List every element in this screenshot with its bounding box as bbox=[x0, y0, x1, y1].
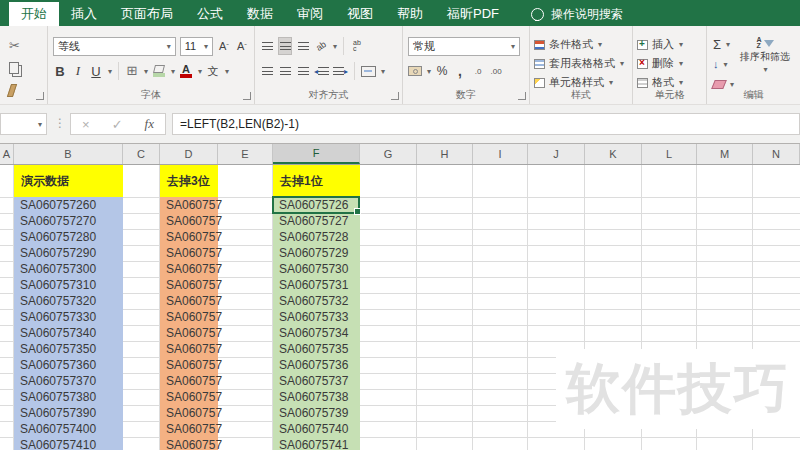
decrease-decimal-button[interactable]: .00 bbox=[489, 62, 503, 80]
cell-b[interactable]: SA060757350 bbox=[14, 341, 123, 357]
cell-b[interactable]: SA060757340 bbox=[14, 325, 123, 341]
cell-b[interactable]: SA060757320 bbox=[14, 293, 123, 309]
fill-color-button[interactable] bbox=[152, 62, 166, 80]
accounting-format-button[interactable] bbox=[408, 62, 422, 80]
fill-handle[interactable] bbox=[354, 208, 361, 215]
cell-d[interactable]: SA060757 bbox=[160, 229, 218, 245]
tell-me-search[interactable]: 操作说明搜索 bbox=[531, 2, 623, 26]
cell-d[interactable]: SA060757 bbox=[160, 357, 218, 373]
format-painter-icon[interactable] bbox=[7, 84, 17, 97]
cell-b[interactable]: SA060757260 bbox=[14, 197, 123, 213]
font-name-select[interactable]: 等线 ▾ bbox=[53, 37, 176, 56]
borders-dropdown[interactable]: ▾ bbox=[144, 67, 148, 76]
col-header-n[interactable]: N bbox=[753, 144, 800, 164]
cell-b[interactable]: SA060757380 bbox=[14, 389, 123, 405]
conditional-formatting-button[interactable]: 条件格式 ▾ bbox=[530, 35, 632, 54]
col-header-k[interactable]: K bbox=[585, 144, 642, 164]
col-header-a[interactable]: A bbox=[0, 144, 14, 164]
formula-bar-resize-handle[interactable]: ⋮ bbox=[54, 116, 66, 130]
font-color-button[interactable]: A bbox=[179, 62, 193, 80]
col-f-title-cell[interactable]: 去掉1位 bbox=[273, 165, 360, 197]
cell-d[interactable]: SA060757 bbox=[160, 197, 218, 213]
cell-f[interactable]: SA06075728 bbox=[273, 229, 360, 245]
fill-button[interactable]: ↓▾ bbox=[713, 55, 734, 73]
insert-function-icon[interactable]: fx bbox=[145, 116, 154, 132]
formula-input[interactable]: =LEFT(B2,LEN(B2)-1) bbox=[172, 113, 800, 135]
tab-help[interactable]: 帮助 bbox=[385, 2, 435, 26]
cell-b[interactable]: SA060757400 bbox=[14, 421, 123, 437]
cell-b[interactable]: SA060757310 bbox=[14, 277, 123, 293]
cell-f[interactable]: SA06075738 bbox=[273, 389, 360, 405]
increase-decimal-button[interactable]: .0 bbox=[471, 62, 485, 80]
font-dialog-launcher[interactable] bbox=[243, 92, 251, 100]
bold-button[interactable]: B bbox=[53, 62, 67, 80]
col-header-f-selected[interactable]: F bbox=[273, 144, 360, 164]
col-header-h[interactable]: H bbox=[417, 144, 473, 164]
orientation-dropdown[interactable]: ▾ bbox=[333, 42, 337, 51]
col-header-d[interactable]: D bbox=[160, 144, 218, 164]
copy-icon[interactable] bbox=[9, 62, 19, 74]
delete-cells-button[interactable]: 删除 ▾ bbox=[633, 54, 706, 73]
cell-f[interactable]: SA06075733 bbox=[273, 309, 360, 325]
underline-dropdown[interactable]: ▾ bbox=[108, 67, 112, 76]
tab-view[interactable]: 视图 bbox=[335, 2, 385, 26]
accounting-dropdown[interactable]: ▾ bbox=[427, 67, 431, 76]
tab-formulas[interactable]: 公式 bbox=[185, 2, 235, 26]
col-header-c[interactable]: C bbox=[123, 144, 160, 164]
cell-b[interactable]: SA060757290 bbox=[14, 245, 123, 261]
cell-b[interactable]: SA060757370 bbox=[14, 373, 123, 389]
merge-center-dropdown[interactable]: ▾ bbox=[381, 67, 385, 76]
cancel-entry-icon[interactable]: × bbox=[82, 117, 90, 132]
cell-b[interactable]: SA060757280 bbox=[14, 229, 123, 245]
cell-b[interactable]: SA060757390 bbox=[14, 405, 123, 421]
cell-d[interactable]: SA060757 bbox=[160, 245, 218, 261]
tab-foxit-pdf[interactable]: 福昕PDF bbox=[435, 2, 511, 26]
cut-icon[interactable]: ✂ bbox=[9, 38, 20, 53]
sheet-grid[interactable]: 演示数据 SA060757260 SA060757270 SA060757280… bbox=[0, 165, 800, 450]
cell-f[interactable]: SA06075734 bbox=[273, 325, 360, 341]
percent-style-button[interactable]: % bbox=[435, 62, 449, 80]
cell-b[interactable]: SA060757300 bbox=[14, 261, 123, 277]
cell-f[interactable]: SA06075732 bbox=[273, 293, 360, 309]
col-header-j[interactable]: J bbox=[528, 144, 585, 164]
cell-d[interactable]: SA060757 bbox=[160, 373, 218, 389]
cell-d[interactable]: SA060757 bbox=[160, 389, 218, 405]
tab-insert[interactable]: 插入 bbox=[59, 2, 109, 26]
number-dialog-launcher[interactable] bbox=[518, 92, 526, 100]
tab-home[interactable]: 开始 bbox=[9, 2, 59, 26]
grow-font-button[interactable]: Aˆ bbox=[217, 37, 231, 55]
cell-d[interactable]: SA060757 bbox=[160, 213, 218, 229]
col-header-e[interactable]: E bbox=[218, 144, 273, 164]
cell-f[interactable]: SA06075731 bbox=[273, 277, 360, 293]
cell-b[interactable]: SA060757360 bbox=[14, 357, 123, 373]
italic-button[interactable]: I bbox=[71, 62, 85, 80]
fill-color-dropdown[interactable]: ▾ bbox=[171, 67, 175, 76]
align-left-button[interactable] bbox=[260, 62, 274, 80]
clipboard-dialog-launcher[interactable] bbox=[36, 92, 44, 100]
cell-f[interactable]: SA06075740 bbox=[273, 421, 360, 437]
font-size-select[interactable]: 11 ▾ bbox=[180, 37, 213, 56]
cell-b[interactable]: SA060757410 bbox=[14, 437, 123, 450]
increase-indent-button[interactable]: ▸ bbox=[333, 62, 348, 80]
phonetic-guide-button[interactable]: 文 bbox=[206, 62, 220, 80]
align-right-button[interactable] bbox=[296, 62, 310, 80]
phonetic-dropdown[interactable]: ▾ bbox=[225, 67, 229, 76]
format-as-table-button[interactable]: 套用表格格式 ▾ bbox=[530, 54, 632, 73]
tab-page-layout[interactable]: 页面布局 bbox=[109, 2, 185, 26]
bottom-align-button[interactable] bbox=[296, 37, 310, 55]
middle-align-button[interactable] bbox=[278, 37, 292, 55]
col-header-i[interactable]: I bbox=[473, 144, 528, 164]
wrap-text-button[interactable]: ab c bbox=[350, 37, 364, 55]
cell-d[interactable]: SA060757 bbox=[160, 437, 218, 450]
cell-d[interactable]: SA060757 bbox=[160, 341, 218, 357]
shrink-font-button[interactable]: Aˇ bbox=[235, 37, 249, 55]
font-color-dropdown[interactable]: ▾ bbox=[198, 67, 202, 76]
autosum-button[interactable]: Σ▾ bbox=[713, 35, 734, 53]
cell-f[interactable]: SA06075737 bbox=[273, 373, 360, 389]
alignment-dialog-launcher[interactable] bbox=[391, 92, 399, 100]
name-box[interactable]: ▾ bbox=[0, 113, 47, 135]
top-align-button[interactable] bbox=[260, 37, 274, 55]
cell-f[interactable]: SA06075729 bbox=[273, 245, 360, 261]
cell-f[interactable]: SA06075739 bbox=[273, 405, 360, 421]
tab-review[interactable]: 审阅 bbox=[285, 2, 335, 26]
